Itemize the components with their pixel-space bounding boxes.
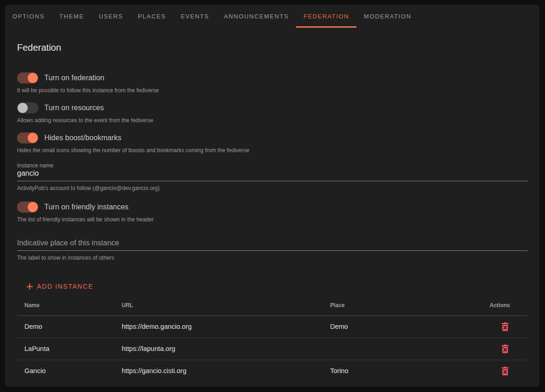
delete-instance-button[interactable] xyxy=(498,343,512,355)
delete-instance-button[interactable] xyxy=(498,321,512,333)
instance-place-field: The label to show in instances of others xyxy=(17,238,527,261)
resources-toggle-hint: Allows adding resources to the event fro… xyxy=(17,117,527,124)
table-row: Demo https://demo.gancio.org Demo xyxy=(17,315,527,338)
resources-toggle-label: Turn on resources xyxy=(44,104,104,112)
setting-turn-on-federation: Turn on federation It will be possible t… xyxy=(17,72,527,94)
instance-url-cell: https://lapunta.org xyxy=(114,338,323,360)
tab-moderation[interactable]: MODERATION xyxy=(356,5,419,28)
column-header-actions: Actions xyxy=(482,295,527,315)
admin-settings-panel: OPTIONS THEME USERS PLACES EVENTS ANNOUN… xyxy=(5,5,539,386)
instance-name-label: Instance name xyxy=(17,162,527,169)
setting-hide-boosts: Hides boost/bookmarks Hides the small ic… xyxy=(17,132,527,154)
instance-place-hint: The label to show in instances of others xyxy=(17,255,527,261)
hide-boosts-toggle-hint: Hides the small icons showing the number… xyxy=(17,147,527,154)
instance-place-cell: Demo xyxy=(323,315,482,338)
tab-options[interactable]: OPTIONS xyxy=(5,5,52,28)
instance-name-input[interactable] xyxy=(17,169,527,181)
add-instance-button[interactable]: ADD INSTANCE xyxy=(26,280,93,293)
trash-delete-icon xyxy=(501,326,509,333)
friendly-instances-toggle[interactable] xyxy=(17,202,38,213)
toggle-thumb xyxy=(28,73,38,83)
instance-place-cell xyxy=(323,338,482,360)
toggle-thumb xyxy=(18,103,28,113)
federation-toggle-label: Turn on federation xyxy=(44,74,104,82)
delete-instance-button[interactable] xyxy=(498,365,512,377)
friendly-instances-toggle-label: Turn on friendly instances xyxy=(44,203,129,211)
trusted-instances-table: Name URL Place Actions Demo https://demo… xyxy=(17,295,527,382)
tab-federation[interactable]: FEDERATION xyxy=(296,5,356,28)
column-header-place: Place xyxy=(323,295,482,315)
trash-delete-icon xyxy=(501,348,509,355)
friendly-instances-toggle-hint: The list of friendly instances will be s… xyxy=(17,216,527,223)
instance-name-cell: Demo xyxy=(17,315,114,338)
instance-name-cell: Gancio xyxy=(17,360,114,382)
instance-name-field: Instance name ActivityPub's account to f… xyxy=(17,162,527,191)
page-title: Federation xyxy=(17,42,527,53)
instance-name-hint: ActivityPub's account to follow (@gancio… xyxy=(17,185,527,191)
instance-actions-cell xyxy=(482,315,527,338)
federation-toggle-hint: It will be possible to follow this insta… xyxy=(17,87,527,94)
instance-url-cell: https://gancio.cisti.org xyxy=(114,360,323,382)
instance-actions-cell xyxy=(482,338,527,360)
hide-boosts-toggle-label: Hides boost/bookmarks xyxy=(44,134,121,142)
table-row: LaPunta https://lapunta.org xyxy=(17,338,527,360)
instance-place-input[interactable] xyxy=(17,238,527,251)
setting-friendly-instances: Turn on friendly instances The list of f… xyxy=(17,202,527,223)
add-instance-button-label: ADD INSTANCE xyxy=(37,283,93,290)
tab-events[interactable]: EVENTS xyxy=(173,5,217,28)
instance-url-cell: https://demo.gancio.org xyxy=(114,315,323,338)
toggle-thumb xyxy=(28,133,38,143)
toggle-thumb xyxy=(28,202,38,212)
table-header-row: Name URL Place Actions xyxy=(17,295,527,315)
tab-announcements[interactable]: ANNOUNCEMENTS xyxy=(217,5,296,28)
plus-icon xyxy=(26,283,34,291)
federation-settings-content: Federation Turn on federation It will be… xyxy=(5,42,539,382)
admin-tab-bar: OPTIONS THEME USERS PLACES EVENTS ANNOUN… xyxy=(5,5,539,28)
column-header-name: Name xyxy=(17,295,114,315)
trash-delete-icon xyxy=(501,370,509,377)
table-row: Gancio https://gancio.cisti.org Torino xyxy=(17,360,527,382)
tab-users[interactable]: USERS xyxy=(91,5,130,28)
instance-place-cell: Torino xyxy=(323,360,482,382)
tab-theme[interactable]: THEME xyxy=(52,5,92,28)
tab-places[interactable]: PLACES xyxy=(130,5,173,28)
instance-name-cell: LaPunta xyxy=(17,338,114,360)
column-header-url: URL xyxy=(114,295,323,315)
hide-boosts-toggle[interactable] xyxy=(17,132,38,143)
setting-turn-on-resources: Turn on resources Allows adding resource… xyxy=(17,102,527,124)
instance-actions-cell xyxy=(482,360,527,382)
federation-toggle[interactable] xyxy=(17,72,38,83)
resources-toggle[interactable] xyxy=(17,102,38,113)
